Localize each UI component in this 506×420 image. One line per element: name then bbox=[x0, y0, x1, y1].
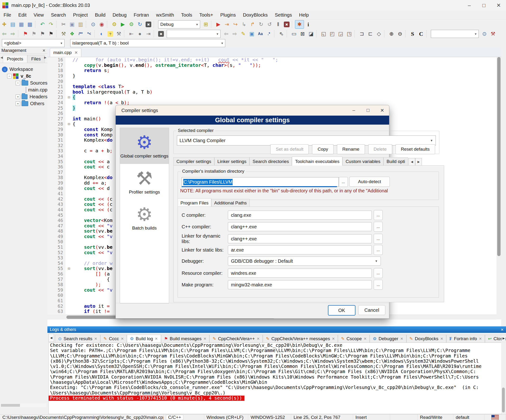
sources-folder[interactable]: −Sources bbox=[0, 80, 47, 86]
others-folder[interactable]: +Others bbox=[0, 100, 47, 107]
jump-forward-icon[interactable]: ⇥ bbox=[144, 30, 153, 38]
close-icon[interactable]: ✕ bbox=[332, 337, 335, 341]
menu-settings[interactable]: Settings bbox=[271, 11, 295, 19]
tab-build-messages[interactable]: ⚑Build messages✕ bbox=[161, 335, 210, 342]
save-file-icon[interactable]: ▦ bbox=[17, 20, 26, 28]
close-icon[interactable]: ✕ bbox=[491, 0, 506, 11]
threadsearch-find-icon[interactable]: ⊙ bbox=[480, 30, 489, 38]
compiler-options-icon[interactable]: ⊞ bbox=[201, 20, 210, 28]
compiler-select[interactable]: LLVM Clang Compiler ▾ bbox=[177, 136, 436, 145]
c-compiler-browse-button[interactable]: ... bbox=[374, 210, 383, 220]
fold-right-icon[interactable]: ⊐ bbox=[358, 30, 366, 38]
find-icon[interactable]: ⊙ bbox=[89, 20, 97, 28]
jump-marker-icon[interactable]: ● bbox=[136, 30, 144, 38]
cut-icon[interactable]: ✂ bbox=[59, 20, 68, 28]
collapse-icon[interactable]: − bbox=[16, 81, 20, 85]
tab-custom-variables[interactable]: Custom variables bbox=[342, 157, 383, 166]
category-global-compiler-settings[interactable]: ⚙Global compiler settings bbox=[120, 128, 169, 164]
project-v8c[interactable]: −v_8c bbox=[0, 73, 47, 80]
static-linker-input[interactable]: ar.exe bbox=[228, 246, 372, 254]
incremental-search-combo[interactable]: ▾ bbox=[167, 30, 220, 38]
ok-button[interactable]: OK bbox=[328, 305, 355, 316]
close-icon[interactable]: ✕ bbox=[121, 337, 124, 341]
menu-toolsplus[interactable]: Tools+ bbox=[196, 11, 217, 19]
match-case-icon[interactable]: Aa bbox=[256, 30, 265, 38]
incsearch-selected-icon[interactable]: ▣ bbox=[247, 30, 256, 38]
next-instruction-icon[interactable]: ↻ bbox=[257, 20, 265, 28]
build-and-run-icon[interactable]: ⚙ bbox=[127, 20, 136, 28]
jump-back-icon[interactable]: ⇤ bbox=[127, 30, 136, 38]
editor-vscrollbar[interactable] bbox=[497, 57, 501, 319]
undo-icon[interactable]: ↶ bbox=[38, 20, 47, 28]
menu-build[interactable]: Build bbox=[91, 11, 109, 19]
abort-build-icon[interactable]: ✖ bbox=[144, 20, 153, 28]
tab-projects[interactable]: Projects bbox=[3, 55, 27, 63]
new-file-icon[interactable]: ✚ bbox=[0, 20, 8, 28]
fold-margin[interactable]: ⊟ bbox=[66, 121, 73, 127]
menu-fortran[interactable]: Fortran bbox=[130, 11, 153, 19]
copy-icon[interactable]: ▣ bbox=[68, 20, 76, 28]
wxsmith-pointer-icon[interactable]: ⇖ bbox=[277, 30, 286, 38]
split-view-2-icon[interactable]: ◰ bbox=[328, 30, 336, 38]
menu-wxsmith[interactable]: wxSmith bbox=[153, 11, 178, 19]
maximize-icon[interactable]: □ bbox=[365, 108, 372, 113]
clear-bookmarks-icon[interactable]: ⚑ bbox=[47, 30, 55, 38]
tab-scroll-left-icon[interactable]: ◀ bbox=[0, 56, 3, 59]
management-hscrollbar[interactable] bbox=[0, 403, 47, 407]
incsearch-prev-icon[interactable]: ⇦ bbox=[222, 30, 231, 38]
build-icon[interactable]: ⚙ bbox=[110, 20, 119, 28]
scope-combo[interactable]: <global> ▾ bbox=[2, 39, 65, 47]
doxy-comment-line-icon[interactable]: *< bbox=[85, 30, 93, 38]
function-combo[interactable]: islargerequal(T a, T b) : bool ▾ bbox=[70, 39, 225, 47]
step-into-icon[interactable]: ↳ bbox=[240, 20, 248, 28]
debug-continue-icon[interactable]: ▶ bbox=[214, 20, 223, 28]
menu-project[interactable]: Project bbox=[69, 11, 91, 19]
tab-debugger[interactable]: ⚙Debugger✕ bbox=[370, 335, 406, 342]
c-compiler-input[interactable]: clang.exe bbox=[228, 211, 372, 220]
rename-button[interactable]: Rename bbox=[337, 144, 365, 154]
save-all-files-icon[interactable]: ▩ bbox=[26, 20, 34, 28]
debugger-select[interactable]: GDB/CDB debugger : Default▾ bbox=[228, 257, 381, 265]
minimize-icon[interactable]: – bbox=[462, 0, 477, 11]
close-icon[interactable]: ✕ bbox=[500, 328, 504, 332]
main-cpp-file[interactable]: main.cpp bbox=[0, 86, 47, 93]
tab-doxyblocks[interactable]: ✎DoxyBlocks✕ bbox=[406, 335, 446, 342]
style-c-icon[interactable]: C bbox=[417, 30, 425, 38]
threadsearch-combo[interactable]: ▾ bbox=[431, 30, 479, 38]
menu-search[interactable]: Search bbox=[47, 11, 69, 19]
installation-directory-input[interactable]: C:\Program Files\LLVM bbox=[182, 177, 339, 187]
tab-cppcheck-vera-messages[interactable]: ✎CppCheck/Vera++ messages✕ bbox=[263, 335, 338, 342]
reset-defaults-button[interactable]: Reset defaults bbox=[395, 144, 435, 154]
menu-tools[interactable]: Tools bbox=[178, 11, 196, 19]
build-target-combo[interactable]: Debug▾ bbox=[158, 20, 200, 28]
tab-files[interactable]: Files bbox=[27, 55, 45, 63]
doxyblocks-extract-icon[interactable]: ⚒ bbox=[59, 30, 68, 38]
expand-icon[interactable]: + bbox=[16, 95, 20, 99]
menu-view[interactable]: View bbox=[30, 11, 47, 19]
threadsearch-options-icon[interactable]: ⚒ bbox=[489, 30, 497, 38]
tab-search-directories[interactable]: Search directories bbox=[249, 157, 292, 166]
incsearch-next-icon[interactable]: ⇨ bbox=[231, 30, 239, 38]
cpp-compiler-input[interactable]: clang++.exe bbox=[228, 222, 372, 231]
logs-vscrollbar[interactable] bbox=[501, 342, 506, 414]
close-icon[interactable]: ✕ bbox=[155, 337, 158, 341]
make-program-browse-button[interactable]: ... bbox=[374, 280, 383, 290]
dynamic-linker-browse-button[interactable]: ... bbox=[374, 234, 383, 244]
zoom-out-icon[interactable]: ⊖ bbox=[396, 30, 404, 38]
tab-cppcheck-vera-[interactable]: ✎CppCheck/Vera++✕ bbox=[209, 335, 263, 342]
headers-folder[interactable]: +Headers bbox=[0, 93, 47, 100]
back-icon[interactable]: ⇦ bbox=[0, 30, 8, 38]
forward-icon[interactable]: ⇨ bbox=[8, 30, 17, 38]
static-linker-browse-button[interactable]: ... bbox=[374, 245, 383, 255]
menu-help[interactable]: Help bbox=[295, 11, 312, 19]
fold-all-icon[interactable]: ◇ bbox=[375, 30, 383, 38]
workspace[interactable]: ⌂Workspace bbox=[0, 66, 47, 73]
incsearch-clear-icon[interactable]: ✖ bbox=[157, 30, 165, 38]
close-icon[interactable]: ✕ bbox=[379, 108, 386, 113]
collapse-icon[interactable]: − bbox=[7, 74, 12, 78]
toggle-bookmark-icon[interactable]: ⚑ bbox=[21, 30, 30, 38]
category-profiler-settings[interactable]: ⚒Profiler settings bbox=[120, 164, 169, 200]
run-to-cursor-icon[interactable]: ⇥ bbox=[223, 20, 231, 28]
split-view-1-icon[interactable]: ◱ bbox=[320, 30, 328, 38]
browse-directory-button[interactable]: ... bbox=[339, 177, 348, 187]
